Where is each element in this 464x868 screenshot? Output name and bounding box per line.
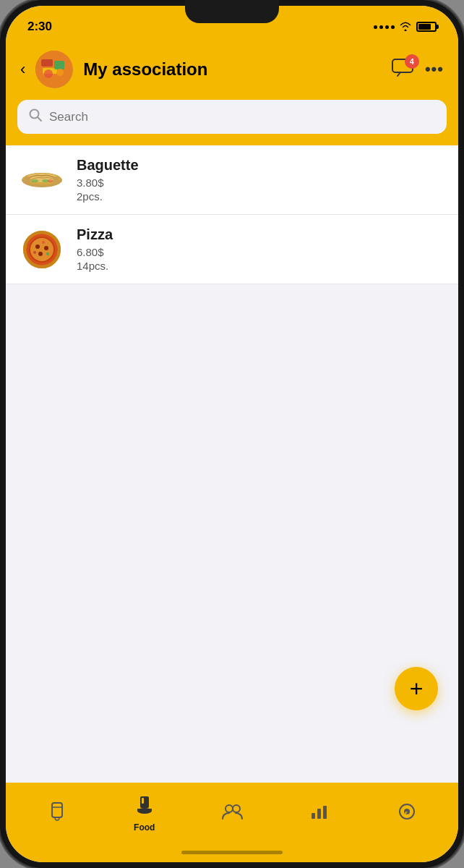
signal-dot-3 — [385, 25, 389, 29]
pizza-image — [20, 228, 64, 271]
pizza-price: 6.80$ — [77, 246, 444, 258]
notification-badge: 4 — [405, 54, 419, 69]
signal-dots — [374, 25, 395, 29]
svg-point-4 — [44, 69, 53, 78]
svg-rect-37 — [317, 809, 321, 819]
nav-item-stats[interactable] — [298, 803, 341, 825]
signal-dot-2 — [379, 25, 383, 29]
svg-point-14 — [31, 179, 38, 182]
svg-rect-3 — [54, 61, 64, 69]
svg-rect-1 — [41, 59, 53, 67]
chat-button[interactable]: 4 — [392, 59, 413, 80]
svg-rect-28 — [52, 803, 62, 817]
svg-rect-38 — [323, 806, 327, 819]
svg-point-35 — [233, 805, 240, 812]
home-bar — [181, 851, 283, 854]
svg-rect-36 — [312, 813, 315, 819]
svg-point-25 — [46, 252, 49, 255]
svg-point-21 — [35, 244, 40, 249]
svg-line-8 — [38, 117, 41, 121]
more-button[interactable]: ••• — [425, 60, 444, 79]
signal-dot-4 — [391, 25, 395, 29]
add-button[interactable]: + — [395, 667, 438, 710]
svg-rect-31 — [142, 798, 144, 804]
list-item[interactable]: Baguette 3.80$ 2pcs. — [6, 145, 458, 215]
nav-item-settings[interactable]: € — [385, 802, 429, 825]
food-list: Baguette 3.80$ 2pcs. — [6, 145, 458, 284]
svg-rect-13 — [53, 176, 59, 184]
drinks-icon — [48, 801, 66, 826]
svg-point-16 — [48, 179, 53, 182]
settings-icon: € — [398, 802, 416, 825]
pizza-name: Pizza — [77, 226, 444, 243]
header: ‹ My association 4 — [6, 43, 458, 100]
status-icons — [374, 21, 437, 33]
status-time: 2:30 — [27, 20, 52, 34]
stats-icon — [310, 803, 329, 825]
svg-rect-33 — [137, 809, 152, 811]
add-icon: + — [410, 676, 424, 702]
nav-item-drinks[interactable] — [35, 801, 79, 826]
bottom-nav: Food — [6, 783, 458, 842]
avatar — [35, 51, 73, 88]
baguette-info: Baguette 3.80$ 2pcs. — [77, 157, 444, 203]
page-title: My association — [83, 59, 392, 80]
search-container — [6, 100, 458, 145]
header-actions: 4 ••• — [392, 59, 444, 80]
baguette-image — [20, 158, 64, 202]
svg-point-23 — [38, 252, 43, 256]
list-item[interactable]: Pizza 6.80$ 14pcs. — [6, 215, 458, 284]
wifi-icon — [399, 21, 412, 33]
content-area: Baguette 3.80$ 2pcs. — [6, 145, 458, 783]
nav-item-food[interactable]: Food — [123, 795, 166, 833]
svg-point-20 — [30, 238, 53, 261]
search-icon — [29, 109, 42, 125]
screen: 2:30 — [6, 6, 458, 862]
pizza-qty: 14pcs. — [77, 260, 444, 272]
baguette-qty: 2pcs. — [77, 190, 444, 203]
svg-rect-12 — [25, 176, 30, 184]
svg-point-24 — [33, 251, 36, 254]
svg-text:€: € — [405, 810, 408, 817]
content-wrapper: Baguette 3.80$ 2pcs. — [6, 145, 458, 783]
svg-point-22 — [44, 246, 48, 250]
svg-rect-30 — [140, 796, 149, 808]
svg-point-5 — [56, 69, 64, 76]
baguette-name: Baguette — [77, 157, 444, 174]
pizza-info: Pizza 6.80$ 14pcs. — [77, 226, 444, 272]
back-button[interactable]: ‹ — [20, 60, 25, 79]
food-nav-label: Food — [134, 822, 155, 833]
baguette-price: 3.80$ — [77, 176, 444, 189]
nav-item-members[interactable] — [210, 803, 254, 825]
search-bar — [17, 100, 447, 134]
notch — [185, 0, 279, 23]
home-indicator — [6, 842, 458, 862]
food-icon — [134, 795, 155, 820]
svg-point-34 — [225, 805, 233, 812]
members-icon — [221, 803, 243, 825]
signal-dot-1 — [374, 25, 377, 29]
phone-frame: 2:30 — [0, 0, 464, 868]
search-input[interactable] — [49, 110, 435, 124]
battery-icon — [416, 22, 437, 32]
svg-point-26 — [42, 241, 45, 244]
